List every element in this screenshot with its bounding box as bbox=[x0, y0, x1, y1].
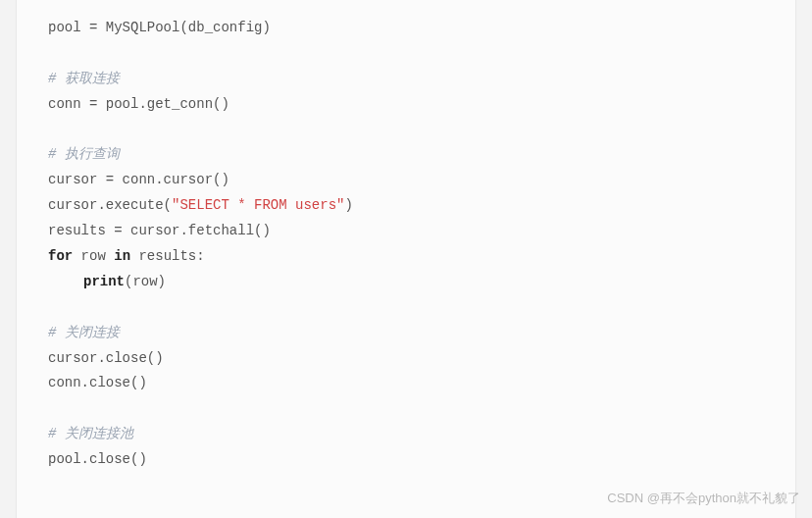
code-line: cursor.execute("SELECT * FROM users") bbox=[48, 193, 764, 219]
empty-line bbox=[48, 396, 764, 422]
code-comment: # 关闭连接 bbox=[48, 321, 764, 346]
code-line: conn = pool.get_conn() bbox=[48, 92, 764, 118]
code-comment: # 获取连接 bbox=[48, 67, 764, 92]
code-comment: # 执行查询 bbox=[48, 142, 764, 168]
code-line: cursor.close() bbox=[48, 346, 764, 372]
code-block: pool = MySQLPool(db_config) # 获取连接 conn … bbox=[16, 0, 796, 518]
code-line: results = cursor.fetchall() bbox=[48, 219, 764, 244]
code-line: for row in results: bbox=[48, 244, 764, 270]
empty-line bbox=[48, 295, 764, 321]
code-line: pool = MySQLPool(db_config) bbox=[48, 16, 764, 41]
code-line: conn.close() bbox=[48, 371, 764, 396]
empty-line bbox=[48, 41, 764, 67]
empty-line bbox=[48, 118, 764, 143]
code-line: pool.close() bbox=[48, 447, 764, 473]
code-line: cursor = conn.cursor() bbox=[48, 168, 764, 193]
code-comment: # 关闭连接池 bbox=[48, 422, 764, 447]
watermark-text: CSDN @再不会python就不礼貌了 bbox=[607, 487, 800, 510]
code-line: print(row) bbox=[48, 270, 764, 295]
